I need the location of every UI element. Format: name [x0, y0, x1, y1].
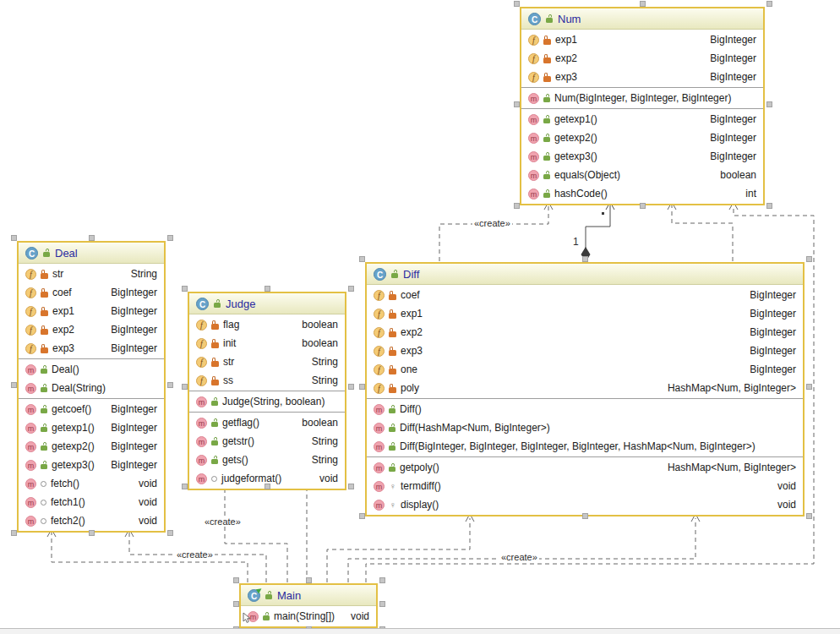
class-main[interactable]: Main main(String[])void [239, 583, 378, 628]
class-diff[interactable]: Diff coefBigInteger exp1BigInteger exp2B… [365, 262, 805, 516]
resize-handle[interactable] [348, 384, 354, 390]
resize-handle[interactable] [11, 235, 17, 241]
resize-handle[interactable] [514, 101, 520, 107]
resize-handle[interactable] [265, 286, 270, 292]
diff-field-exp1[interactable]: exp1BigInteger [367, 304, 803, 323]
resize-handle[interactable] [348, 484, 354, 489]
deal-method-getcoef[interactable]: getcoef()BigInteger [19, 400, 164, 418]
diff-constructor-1[interactable]: Diff(HashMap<Num, BigInteger>) [367, 418, 803, 437]
resize-handle[interactable] [167, 530, 173, 536]
num-method-equals[interactable]: equals(Object)boolean [521, 166, 763, 184]
resize-handle[interactable] [359, 256, 365, 262]
resize-handle[interactable] [806, 256, 812, 262]
constructors-section: Diff() Diff(HashMap<Num, BigInteger>) Di… [367, 399, 803, 456]
diff-field-poly[interactable]: polyHashMap<Num, BigInteger> [367, 379, 803, 397]
diff-method-getpoly[interactable]: getpoly()HashMap<Num, BigInteger> [367, 458, 803, 477]
resize-handle[interactable] [766, 1, 772, 7]
resize-handle[interactable] [514, 1, 520, 7]
main-method-main[interactable]: main(String[])void [241, 607, 376, 626]
diff-constructor-0[interactable]: Diff() [367, 400, 803, 418]
resize-handle[interactable] [379, 601, 385, 607]
member-name: Diff() [400, 403, 422, 415]
class-deal-title[interactable]: Deal [19, 243, 164, 264]
deal-field-exp3[interactable]: exp3BigInteger [19, 339, 164, 358]
num-field-exp2[interactable]: exp2BigInteger [521, 49, 763, 68]
edge-diff-composition-num [586, 205, 610, 249]
resize-handle[interactable] [233, 577, 239, 583]
resize-handle[interactable] [89, 235, 95, 241]
resize-handle[interactable] [265, 484, 270, 489]
judge-method-gets[interactable]: gets()String [189, 451, 345, 469]
resize-handle[interactable] [806, 513, 812, 519]
class-main-title[interactable]: Main [241, 585, 376, 606]
diff-constructor-2[interactable]: Diff(BigInteger, BigInteger, BigInteger,… [367, 437, 803, 456]
deal-method-fetch[interactable]: fetch()void [19, 474, 164, 493]
deal-constructor-1[interactable]: Deal(String) [19, 379, 164, 397]
resize-handle[interactable] [11, 382, 17, 388]
judge-field-flag[interactable]: flagboolean [189, 315, 345, 334]
resize-handle[interactable] [582, 513, 588, 519]
resize-handle[interactable] [379, 577, 385, 583]
method-icon [528, 189, 539, 199]
resize-handle[interactable] [766, 101, 772, 107]
deal-method-getexp2[interactable]: getexp2()BigInteger [19, 437, 164, 456]
deal-field-str[interactable]: strString [19, 265, 164, 283]
deal-field-exp1[interactable]: exp1BigInteger [19, 302, 164, 320]
num-method-getexp3[interactable]: getexp3()BigInteger [521, 147, 763, 166]
resize-handle[interactable] [348, 286, 354, 292]
num-field-exp1[interactable]: exp1BigInteger [521, 30, 763, 49]
resize-handle[interactable] [582, 256, 588, 262]
fields-section: strString coefBigInteger exp1BigInteger … [19, 264, 164, 358]
deal-field-exp2[interactable]: exp2BigInteger [19, 320, 164, 339]
resize-handle[interactable] [167, 382, 173, 388]
class-num[interactable]: Num exp1BigInteger exp2BigInteger exp3Bi… [520, 7, 765, 205]
deal-method-getexp3[interactable]: getexp3()BigInteger [19, 456, 164, 474]
resize-handle[interactable] [640, 1, 646, 7]
diff-field-exp2[interactable]: exp2BigInteger [367, 323, 803, 342]
class-diff-title[interactable]: Diff [367, 264, 803, 285]
class-deal[interactable]: Deal strString coefBigInteger exp1BigInt… [17, 241, 166, 533]
resize-handle[interactable] [233, 601, 239, 607]
diff-field-coef[interactable]: coefBigInteger [367, 286, 803, 304]
edge-main-create-diff-b [348, 518, 695, 582]
resize-handle[interactable] [167, 235, 173, 241]
resize-handle[interactable] [514, 203, 520, 209]
judge-method-getstr[interactable]: getstr()String [189, 432, 345, 451]
num-field-exp3[interactable]: exp3BigInteger [521, 68, 763, 86]
class-num-title[interactable]: Num [521, 8, 763, 30]
judge-constructor[interactable]: Judge(String, boolean) [189, 392, 345, 411]
resize-handle[interactable] [806, 384, 812, 390]
resize-handle[interactable] [182, 286, 188, 292]
diff-field-one[interactable]: oneBigInteger [367, 360, 803, 379]
num-constructor[interactable]: Num(BigInteger, BigInteger, BigInteger) [521, 89, 763, 107]
resize-handle[interactable] [766, 203, 772, 209]
judge-field-ss[interactable]: ssString [189, 371, 345, 390]
class-judge[interactable]: Judge flagboolean initboolean strString … [188, 292, 346, 490]
judge-method-getflag[interactable]: getflag()boolean [189, 413, 345, 432]
deal-field-coef[interactable]: coefBigInteger [19, 283, 164, 302]
judge-field-str[interactable]: strString [189, 353, 345, 371]
resize-handle[interactable] [89, 530, 95, 536]
deal-method-fetch2[interactable]: fetch2()void [19, 511, 164, 530]
deal-method-fetch1[interactable]: fetch1()void [19, 493, 164, 511]
deal-method-getexp1[interactable]: getexp1()BigInteger [19, 418, 164, 437]
num-method-getexp1[interactable]: getexp1()BigInteger [521, 110, 763, 128]
field-icon [25, 343, 36, 354]
class-judge-title[interactable]: Judge [189, 293, 345, 314]
deal-constructor-0[interactable]: Deal() [19, 360, 164, 379]
resize-handle[interactable] [359, 513, 365, 519]
resize-handle[interactable] [640, 203, 646, 209]
resize-handle[interactable] [359, 384, 365, 390]
num-method-hashcode[interactable]: hashCode()int [521, 184, 763, 203]
resize-handle[interactable] [11, 530, 17, 536]
method-icon [374, 404, 385, 415]
resize-handle[interactable] [306, 577, 312, 583]
num-method-getexp2[interactable]: getexp2()BigInteger [521, 128, 763, 147]
diff-field-exp3[interactable]: exp3BigInteger [367, 342, 803, 360]
package-visibility-icon [41, 518, 46, 524]
diff-method-display[interactable]: display()void [367, 495, 803, 514]
judge-field-init[interactable]: initboolean [189, 334, 345, 353]
diff-method-termdiff[interactable]: termdiff()void [367, 477, 803, 495]
resize-handle[interactable] [182, 384, 188, 390]
resize-handle[interactable] [182, 484, 188, 489]
